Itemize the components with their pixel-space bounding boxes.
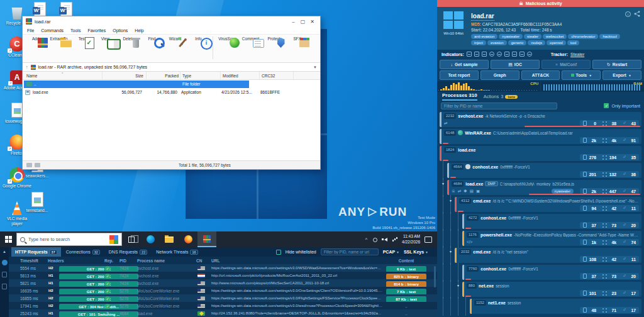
process-card[interactable]: 4312cmd.exe/d /s /c ""C:\WINDOWS\System3…: [455, 197, 641, 212]
column-header-packed[interactable]: Packed: [148, 74, 179, 78]
get-sample-button[interactable]: ↓Get sample: [440, 60, 489, 69]
tab-connections[interactable]: Connections32: [62, 247, 104, 257]
tag-evasion[interactable]: evasion: [487, 40, 507, 45]
toolbar-button-sfx[interactable]: SFX: [286, 35, 309, 41]
http-request-row[interactable]: 17941 msH2GET : 304 Not Modifi...✓5276Mo…: [9, 302, 437, 309]
tag-anti-evasion[interactable]: anti-evasion: [471, 34, 497, 39]
menu-item-file[interactable]: File: [27, 28, 34, 33]
system-tray[interactable]: ^ 11:43 AM 4/22/2026: [365, 234, 437, 245]
tray-status-icon[interactable]: [372, 236, 377, 242]
taskbar-search[interactable]: Type here to search: [16, 233, 122, 246]
process-card[interactable]: 4564conhost.exe0xffffffff -ForceV1201132…: [447, 163, 641, 178]
close-button[interactable]: ✕: [308, 19, 317, 25]
only-important-toggle[interactable]: ✓ Only important: [604, 103, 640, 108]
code-icon[interactable]: [474, 52, 479, 57]
desktop-icon-document[interactable]: [52, 1, 80, 16]
att-ck-button[interactable]: ATT&CK: [521, 70, 560, 80]
process-row[interactable]: 1176powershell.exe-NoProfile -ExecutionP…: [462, 231, 641, 246]
http-request-row[interactable]: 5821 msH1GET : 200 OK✓7424svchost.exehtt…: [9, 279, 437, 287]
toolbar-button-wizard[interactable]: Wizard: [164, 35, 187, 41]
sample-name[interactable]: load.rar: [471, 13, 494, 21]
taskbar-item-explorer[interactable]: [160, 231, 179, 247]
collapse-arrow-icon[interactable]: ▼: [449, 199, 452, 203]
collapse-arrow-icon[interactable]: ▼: [449, 250, 452, 253]
process-row[interactable]: 6148WinRAR.exeC:\Users\admin\AppData\Loc…: [440, 129, 641, 144]
toolbar-button-comment[interactable]: Comment: [239, 35, 262, 41]
taskbar-item-firefox[interactable]: [179, 231, 197, 247]
http-request-row[interactable]: 5554 msH2GET : 200 OK✓7424svchost.exehtt…: [9, 264, 437, 272]
tag-chromelevator[interactable]: chromelevator: [568, 34, 598, 39]
only-important-checkbox[interactable]: ✓: [604, 103, 609, 108]
taskbar-item-winrar[interactable]: [197, 231, 216, 247]
document-icon[interactable]: [519, 52, 525, 57]
tag-nyastealer[interactable]: nyastealer: [499, 34, 523, 39]
process-card[interactable]: 1176powershell.exe-NoProfile -ExecutionP…: [462, 231, 641, 246]
toolbar-button-info[interactable]: Info: [187, 35, 210, 41]
menu-item-favorites[interactable]: Favorites: [87, 28, 106, 33]
tab-http-requests[interactable]: HTTP Requests37: [11, 247, 61, 257]
taskbar-item-edge[interactable]: [141, 231, 160, 247]
share-icon[interactable]: [634, 11, 640, 17]
process-row[interactable]: 7760conhost.exe0xffffffff -ForceV13773♂2…: [462, 265, 641, 280]
desktop-icon-document[interactable]: [25, 1, 54, 16]
network-filter-input[interactable]: [321, 248, 379, 255]
desktop-icon-termstand...[interactable]: termstand...: [23, 191, 52, 213]
graph-button[interactable]: Graph: [480, 70, 519, 80]
column-header-type[interactable]: Type: [182, 74, 191, 78]
ssl-keys-dropdown[interactable]: SSL Keys ▼: [404, 250, 428, 254]
process-row[interactable]: 4564conhost.exe0xffffffff -ForceV1201132…: [447, 163, 641, 178]
up-one-level-icon[interactable]: ↑: [26, 65, 28, 69]
hide-whitelisted-checkbox[interactable]: [276, 250, 281, 255]
taskbar[interactable]: Type here to search ^ 11:43 AM 4/22/2026: [0, 231, 437, 247]
menu-item-tools[interactable]: Tools: [70, 28, 80, 33]
process-card[interactable]: 4684load.exeDMPC:\snapshot\N\Jofy\_monke…: [447, 180, 641, 195]
process-card[interactable]: 7760conhost.exe0xffffffff -ForceV13773♂2…: [462, 265, 641, 280]
content-badge[interactable]: 825 b ↓ binary: [386, 274, 426, 280]
collapse-panel-icon[interactable]: ▲: [3, 250, 6, 253]
file-row[interactable]: load.exe 56,096,727 14,766,880 Applicati…: [23, 89, 320, 96]
desktop[interactable]: Recycle BinCCleanerAdobe Acrobaticuuewug…: [0, 0, 437, 231]
network-icon[interactable]: [392, 236, 397, 242]
volume-icon[interactable]: [382, 236, 387, 242]
debug-panel-icon[interactable]: [2, 284, 7, 289]
fakenet-icon[interactable]: [2, 260, 8, 265]
kill-process-icon[interactable]: [504, 52, 509, 57]
process-card[interactable]: 4272conhost.exe0xffffffff -ForceV13773♂2…: [462, 214, 641, 229]
http-request-row[interactable]: 16855 msH2GET : 200 OK✓5276MoUsoCoreWork…: [9, 294, 437, 302]
tag-tool[interactable]: tool: [567, 40, 580, 45]
http-request-row[interactable]: 25243 msH1GET : 101: Switching ...?4684l…: [9, 309, 437, 317]
process-tag[interactable]: nyastealer: [552, 189, 574, 194]
tab-network-threats[interactable]: Network Threats16: [152, 247, 201, 257]
export-button[interactable]: Export▼: [602, 70, 641, 80]
winrar-column-headers[interactable]: NameSizePackedTypeModifiedCRC32^: [23, 72, 320, 80]
ioc-button[interactable]: ▤IOC: [491, 60, 540, 69]
shield-icon[interactable]: [489, 52, 494, 57]
column-header-size[interactable]: Size: [104, 74, 143, 78]
process-row[interactable]: 4272conhost.exe0xffffffff -ForceV13773♂2…: [462, 214, 641, 229]
maximize-button[interactable]: ▢: [298, 19, 308, 25]
text-report-button[interactable]: Text report: [440, 70, 479, 80]
start-button[interactable]: [0, 231, 16, 247]
column-header-modified[interactable]: Modified: [223, 74, 238, 78]
tag-stealer[interactable]: stealer: [524, 34, 541, 39]
printer-icon[interactable]: [512, 52, 517, 57]
column-header-crc32[interactable]: CRC32: [262, 74, 275, 78]
taskbar-clock[interactable]: 11:43 AM 4/22/2026: [402, 234, 420, 245]
http-request-row[interactable]: 5813 msH1GET : 200 OK✓7424svchost.exehtt…: [9, 272, 437, 279]
winrar-file-list[interactable]: .. File folder load.exe 56,096,727 14,76…: [23, 80, 320, 161]
copy-icon[interactable]: [467, 52, 472, 57]
tab-dns-requests[interactable]: DNS Requests22: [105, 247, 151, 257]
tools-button[interactable]: Tools▼: [562, 70, 601, 80]
toolbar-button-virusscan[interactable]: VirusScan: [216, 35, 239, 41]
process-card[interactable]: 1152net1.exesession4871♂17: [470, 299, 641, 314]
toolbar-button-add[interactable]: Add: [24, 35, 47, 41]
tag-inject[interactable]: inject: [471, 40, 486, 45]
process-row[interactable]: ▼880net.exesession10123♂17: [462, 282, 641, 297]
tag-websocket[interactable]: websocket: [543, 34, 567, 39]
winrar-titlebar[interactable]: load.rar – ▢ ✕: [23, 16, 320, 26]
process-row[interactable]: ▼4684load.exeDMPC:\snapshot\N\Jofy\_monk…: [447, 180, 641, 195]
file-row-parent[interactable]: .. File folder: [24, 81, 249, 88]
process-row[interactable]: ▼1824load.exe276194♂35: [440, 146, 641, 161]
winrar-address-bar[interactable]: ↑ load.rar - RAR archive, unpacked size …: [23, 63, 320, 72]
menu-item-options[interactable]: Options: [113, 28, 128, 33]
